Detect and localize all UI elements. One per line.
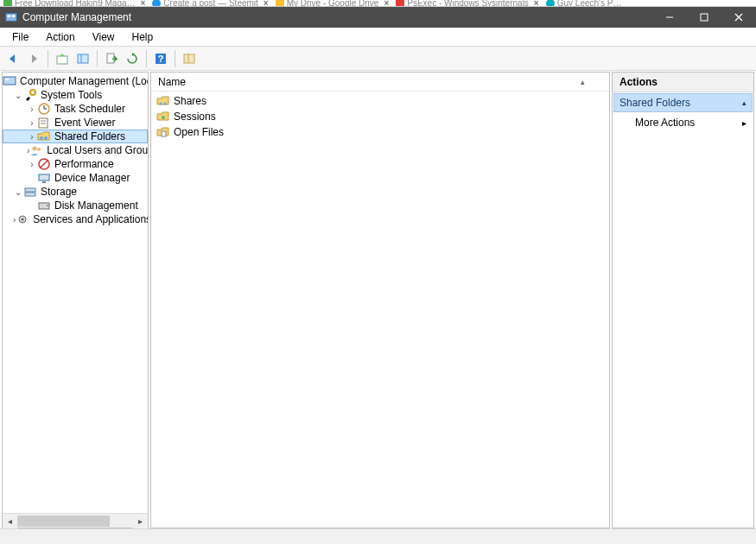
svg-rect-8	[78, 54, 88, 63]
tree-label: Shared Folders	[53, 130, 127, 142]
tree-root[interactable]: Computer Management (Local	[3, 74, 148, 88]
svg-point-39	[164, 103, 167, 105]
list-item-sessions[interactable]: Sessions	[155, 109, 606, 124]
sessions-icon	[156, 110, 170, 123]
svg-rect-13	[184, 54, 194, 63]
menu-file[interactable]: File	[3, 29, 37, 45]
scroll-thumb[interactable]	[17, 516, 110, 527]
action-more-actions[interactable]: More Actions ▸	[613, 113, 753, 132]
expander-icon[interactable]: ⌄	[13, 91, 23, 100]
svg-point-37	[22, 218, 24, 221]
svg-rect-16	[5, 79, 9, 80]
tree-label: Storage	[39, 186, 79, 198]
tools-icon	[23, 88, 37, 102]
tree-label: Device Manager	[53, 172, 131, 184]
list-item-shares[interactable]: Shares	[155, 93, 606, 109]
expander-icon[interactable]: ›	[27, 118, 37, 128]
tree-horizontal-scrollbar[interactable]: ◂ ▸	[3, 513, 148, 528]
tree-disk-management[interactable]: Disk Management	[3, 199, 148, 212]
close-button[interactable]	[721, 7, 756, 28]
tree-services-apps[interactable]: › Services and Applications	[3, 212, 148, 226]
tree-device-manager[interactable]: Device Manager	[3, 171, 148, 185]
actions-section-shared-folders[interactable]: Shared Folders ▴	[613, 93, 753, 112]
maximize-button[interactable]	[687, 7, 721, 28]
app-icon	[5, 11, 17, 23]
properties-button[interactable]	[180, 49, 199, 68]
tree-event-viewer[interactable]: › Event Viewer	[3, 116, 148, 130]
tree-storage[interactable]: ⌄ Storage	[3, 185, 148, 199]
svg-point-35	[47, 205, 48, 206]
svg-point-38	[160, 103, 162, 105]
tree-label: Local Users and Groups	[45, 144, 148, 156]
clock-icon	[37, 102, 51, 116]
svg-point-40	[162, 116, 165, 119]
menu-view[interactable]: View	[84, 29, 124, 45]
svg-rect-4	[701, 14, 708, 21]
svg-rect-31	[42, 181, 46, 183]
menu-help[interactable]: Help	[124, 29, 162, 45]
minimize-button[interactable]	[652, 7, 687, 28]
toolbar: ?	[0, 47, 756, 71]
svg-point-26	[33, 147, 37, 151]
statusbar	[0, 528, 756, 544]
svg-point-17	[30, 90, 35, 95]
tree-task-scheduler[interactable]: › Task Scheduler	[3, 102, 148, 116]
svg-point-27	[37, 148, 41, 151]
toolbar-separator	[175, 50, 175, 67]
back-button[interactable]	[3, 49, 22, 68]
expander-icon[interactable]: ›	[27, 104, 37, 114]
column-name: Name	[158, 76, 186, 88]
list-item-label: Open Files	[174, 126, 224, 138]
tree-local-users[interactable]: › Local Users and Groups	[3, 143, 148, 157]
open-files-icon	[156, 125, 170, 139]
show-hide-tree-button[interactable]	[73, 49, 92, 68]
titlebar: Computer Management	[0, 7, 756, 28]
main-content: Computer Management (Local ⌄ System Tool…	[0, 71, 756, 528]
tree-label: Services and Applications	[31, 213, 148, 225]
menu-action[interactable]: Action	[37, 29, 83, 45]
action-label: More Actions	[635, 117, 695, 129]
actions-section-label: Shared Folders	[619, 97, 690, 109]
computer-icon	[3, 74, 16, 88]
export-button[interactable]	[102, 49, 121, 68]
collapse-icon[interactable]: ▴	[742, 98, 746, 107]
tree-shared-folders[interactable]: › Shared Folders	[3, 130, 148, 143]
toolbar-separator	[146, 50, 147, 67]
svg-rect-41	[162, 131, 166, 136]
tree-label: Performance	[53, 158, 116, 170]
list-item-open-files[interactable]: Open Files	[155, 124, 606, 140]
storage-icon	[23, 185, 37, 199]
up-button[interactable]	[53, 49, 72, 68]
menubar: File Action View Help	[0, 28, 756, 47]
tree-pane: Computer Management (Local ⌄ System Tool…	[2, 72, 149, 528]
scroll-left-button[interactable]: ◂	[3, 514, 17, 528]
refresh-button[interactable]	[123, 49, 142, 68]
sort-indicator-icon: ▴	[581, 78, 602, 86]
event-icon	[37, 116, 51, 130]
list-column-header[interactable]: Name ▴	[151, 73, 609, 92]
users-icon	[29, 143, 43, 157]
submenu-arrow-icon: ▸	[742, 118, 746, 128]
expander-icon[interactable]: ⌄	[13, 187, 23, 197]
expander-icon[interactable]: ›	[27, 160, 37, 169]
browser-tab-strip: Free Download Hakin9 Maga…× Create a pos…	[0, 0, 756, 7]
svg-rect-2	[12, 15, 16, 17]
device-icon	[37, 171, 51, 185]
services-icon	[16, 212, 29, 226]
tree-system-tools[interactable]: ⌄ System Tools	[3, 88, 148, 102]
svg-rect-15	[3, 77, 16, 85]
scroll-right-button[interactable]: ▸	[133, 514, 148, 528]
svg-rect-33	[25, 193, 35, 196]
svg-point-24	[40, 136, 43, 140]
toolbar-separator	[48, 50, 48, 67]
tree-performance[interactable]: › Performance	[3, 157, 148, 171]
svg-rect-1	[8, 15, 11, 17]
list-item-label: Shares	[174, 95, 206, 107]
tree-label: Computer Management (Local	[18, 75, 148, 87]
disk-icon	[37, 199, 51, 212]
tree-label: Task Scheduler	[53, 103, 127, 115]
forward-button[interactable]	[24, 49, 43, 68]
expander-icon[interactable]: ›	[27, 132, 37, 142]
tree-label: Disk Management	[53, 199, 140, 212]
help-button[interactable]: ?	[151, 49, 170, 68]
